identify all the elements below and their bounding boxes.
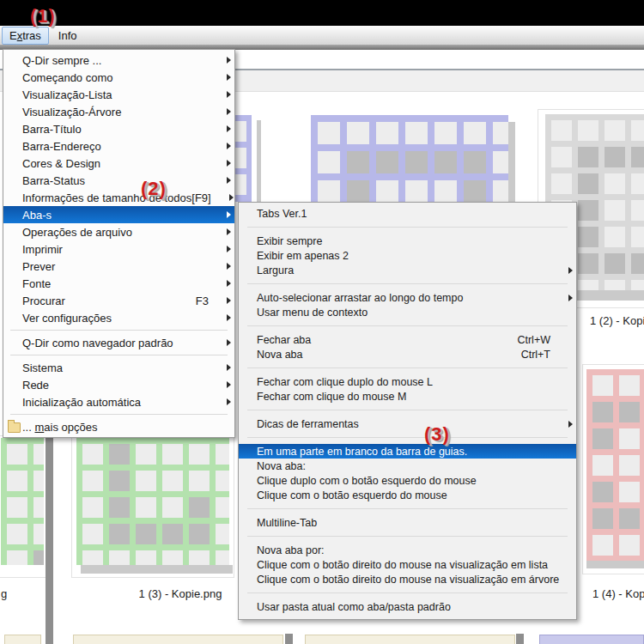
thumbnail-cell xyxy=(7,524,27,544)
file-item-1-3-kopie[interactable] xyxy=(71,435,234,578)
submenu-arrow-icon xyxy=(221,364,231,371)
thumbnail-cell xyxy=(7,471,27,491)
file-thumbnail-blue[interactable] xyxy=(311,115,508,202)
file-label-partial[interactable]: g xyxy=(1,587,7,600)
menu-shortcut: Ctrl+T xyxy=(521,349,562,361)
thumbnail-cell xyxy=(631,120,644,141)
q-dir-window: Extras Info 1 (2) - Kopie 1 (4) - Kopie … xyxy=(0,0,644,644)
menu-item[interactable]: Começando como xyxy=(3,69,234,86)
menu-item[interactable]: Cores & Design xyxy=(3,155,234,172)
menu-item-label: Fechar com clique do mouse M xyxy=(257,391,406,403)
menu-item[interactable]: Visualização-Árvore xyxy=(3,103,234,120)
menu-item[interactable]: Fechar com clique do mouse M xyxy=(239,389,576,404)
menu-item-label: Usar menu de contexto xyxy=(257,307,368,319)
menu-separator xyxy=(247,227,568,228)
menu-item[interactable]: Fechar com clique duplo do mouse L xyxy=(239,374,576,389)
menu-item[interactable]: Fechar abaCtrl+W xyxy=(239,332,576,347)
menu-item[interactable]: Clique com o botão direito do mouse na v… xyxy=(239,557,576,572)
thumbnail-cell xyxy=(136,444,156,465)
menu-item[interactable]: Nova abaCtrl+T xyxy=(239,347,576,361)
menu-item[interactable]: Largura xyxy=(239,263,576,277)
menu-item[interactable]: Barra-Título xyxy=(3,120,234,137)
submenu-arrow-icon xyxy=(221,91,231,98)
thumbnail-cell xyxy=(619,482,640,502)
file-thumbnail-red[interactable] xyxy=(586,369,644,561)
menu-item[interactable]: Exibir em apenas 2 xyxy=(239,248,576,263)
menubar-item-extras[interactable]: Extras xyxy=(2,27,49,45)
thumbnail-cell xyxy=(605,227,625,247)
menu-item-label: Nova aba: xyxy=(257,460,306,472)
thumbnail-cell xyxy=(216,550,229,565)
thumbnail-cell xyxy=(109,497,130,518)
menu-item[interactable]: Multiline-Tab xyxy=(239,515,576,530)
menu-item[interactable]: Fonte xyxy=(3,275,234,292)
menu-item[interactable]: ProcurarF3 xyxy=(3,292,234,309)
menu-item[interactable]: Rede xyxy=(3,376,234,393)
menu-item[interactable]: Q-Dir como navegador padrão xyxy=(3,334,234,351)
file-item-1-4-kopie[interactable] xyxy=(582,364,644,574)
menu-item[interactable]: Barra-Endereço xyxy=(3,137,234,155)
pane-splitter[interactable] xyxy=(285,634,293,644)
submenu-arrow-icon xyxy=(562,267,573,274)
submenu-arrow-icon xyxy=(221,381,231,388)
menu-item[interactable]: Nova aba: xyxy=(239,459,576,473)
thumbnail-shadow xyxy=(257,120,261,202)
thumbnail-cell xyxy=(405,180,428,202)
menu-item-label: Tabs Ver.1 xyxy=(257,208,307,220)
menu-item-label: Q-Dir sempre ... xyxy=(22,54,101,67)
file-label[interactable]: 1 (3) - Kopie.png xyxy=(128,587,233,600)
menu-item-label: Ver configurações xyxy=(22,312,112,325)
menu-item[interactable]: Ver configurações xyxy=(3,309,234,326)
menu-item[interactable]: ... mais opções xyxy=(3,418,234,435)
menu-item[interactable]: Clique com o botão direito do mouse na v… xyxy=(239,572,576,586)
thumbnail-cell xyxy=(347,180,369,202)
file-item-partial[interactable] xyxy=(0,435,47,578)
menu-item[interactable]: Usar menu de contexto xyxy=(239,305,576,319)
menu-item-label: Largura xyxy=(257,264,294,276)
menu-item[interactable]: Usar pasta atual como aba/pasta padrão xyxy=(239,599,576,614)
menu-item[interactable]: Auto-selecionar arrastar ao longo do tem… xyxy=(239,290,576,305)
folder-icon xyxy=(8,422,21,433)
menu-item-label: Aba-s xyxy=(22,209,52,222)
menu-item[interactable]: Q-Dir sempre ... xyxy=(3,52,234,69)
thumbnail-cell xyxy=(578,120,598,141)
menu-item[interactable]: Informações de tamanho de todos[F9] xyxy=(3,189,234,206)
file-label[interactable]: 1 (2) - Kopie xyxy=(590,314,644,327)
menu-item[interactable]: Nova aba por: xyxy=(239,543,576,557)
menu-item[interactable]: Exibir sempre xyxy=(239,234,576,248)
menu-item[interactable]: Barra-Status xyxy=(3,172,234,189)
menu-item[interactable]: Visualização-Lista xyxy=(3,86,234,103)
thumbnail-cell xyxy=(376,151,398,173)
thumbnail-cell xyxy=(347,151,369,173)
menu-item-label: Dicas de ferramentas xyxy=(257,418,359,430)
pane-splitter[interactable] xyxy=(516,634,524,644)
menu-item[interactable]: Dicas de ferramentas xyxy=(239,416,576,431)
thumbnail-cell xyxy=(619,402,640,422)
menu-item[interactable]: Aba-s xyxy=(3,206,234,223)
menu-item[interactable]: Imprimir xyxy=(3,240,234,258)
menu-item[interactable]: Clique duplo com o botão esquerdo do mou… xyxy=(239,473,576,488)
menubar-item-info[interactable]: Info xyxy=(51,27,85,45)
menu-item[interactable]: Prever xyxy=(3,258,234,275)
file-thumbnail-green-partial[interactable] xyxy=(1,438,44,565)
thumbnail-cell xyxy=(464,122,486,144)
menu-separator xyxy=(10,355,228,355)
menu-item[interactable]: Operações de arquivo xyxy=(3,223,234,240)
menu-item[interactable]: Clique com o botão esquerdo do mouse xyxy=(239,488,576,502)
menu-item[interactable]: Sistema xyxy=(3,359,234,376)
step-annotation-2: (2) xyxy=(141,178,167,200)
file-thumbnail-green[interactable] xyxy=(76,438,229,565)
thumbnail-cell xyxy=(578,147,598,167)
extras-dropdown-menu: Q-Dir sempre ...Começando comoVisualizaç… xyxy=(3,49,235,438)
menu-item[interactable]: Em uma parte em branco da barra de guias… xyxy=(239,444,576,459)
menu-item-label: Sistema xyxy=(22,361,63,374)
thumbnail-cell xyxy=(592,482,613,502)
thumbnail-cell xyxy=(216,524,229,544)
file-label[interactable]: 1 (4) - Kopie xyxy=(592,587,644,600)
thumbnail-cell xyxy=(592,508,613,529)
thumbnail-cell xyxy=(136,471,156,491)
menu-item[interactable]: Inicialização automática xyxy=(3,393,234,410)
thumbnail-cell xyxy=(347,122,369,144)
pane-splitter[interactable] xyxy=(46,438,53,644)
menu-item[interactable]: Tabs Ver.1 xyxy=(239,206,576,221)
